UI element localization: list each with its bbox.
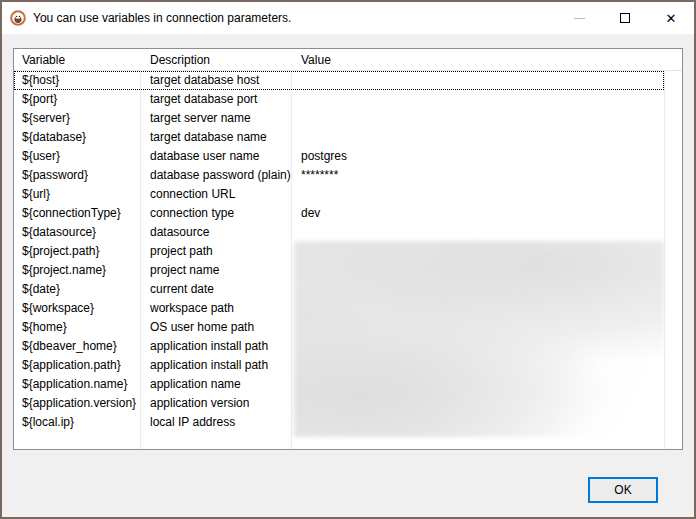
variable-cell: ${port} <box>14 90 140 109</box>
variable-cell: ${database} <box>14 128 140 147</box>
description-cell: database user name <box>140 147 291 166</box>
close-icon: ✕ <box>666 12 677 25</box>
description-cell: target database host <box>140 71 291 90</box>
variable-cell: ${home} <box>14 318 140 337</box>
variable-cell: ${connectionType} <box>14 204 140 223</box>
description-cell: project path <box>140 242 291 261</box>
dbeaver-beaver-icon <box>10 10 26 26</box>
table-row[interactable]: ${url}connection URL <box>14 185 664 204</box>
variable-cell: ${date} <box>14 280 140 299</box>
description-cell: application name <box>140 375 291 394</box>
value-cell <box>291 71 664 90</box>
description-cell: datasource <box>140 223 291 242</box>
variable-cell: ${dbeaver_home} <box>14 337 140 356</box>
minimize-icon <box>574 18 585 19</box>
description-cell: workspace path <box>140 299 291 318</box>
dialog-window: You can use variables in connection para… <box>0 0 696 519</box>
table-row[interactable]: ${server}target server name <box>14 109 664 128</box>
variable-cell: ${workspace} <box>14 299 140 318</box>
table-row[interactable]: ${database}target database name <box>14 128 664 147</box>
window-title: You can use variables in connection para… <box>33 11 291 25</box>
value-cell <box>291 223 664 242</box>
variable-cell: ${url} <box>14 185 140 204</box>
variable-cell: ${server} <box>14 109 140 128</box>
description-cell: application install path <box>140 337 291 356</box>
minimize-button[interactable] <box>556 2 602 34</box>
description-cell: current date <box>140 280 291 299</box>
ok-button[interactable]: OK <box>588 477 658 503</box>
table-row[interactable]: ${password}database password (plain)****… <box>14 166 664 185</box>
variable-cell: ${application.name} <box>14 375 140 394</box>
value-cell: dev <box>291 204 664 223</box>
column-header-variable[interactable]: Variable <box>14 49 140 70</box>
description-cell: target database port <box>140 90 291 109</box>
close-button[interactable]: ✕ <box>648 2 694 34</box>
variable-cell: ${application.path} <box>14 356 140 375</box>
table-row[interactable]: ${host}target database host <box>14 71 664 90</box>
variable-cell: ${datasource} <box>14 223 140 242</box>
variable-cell: ${password} <box>14 166 140 185</box>
value-cell <box>291 90 664 109</box>
value-cell: postgres <box>291 147 664 166</box>
value-cell <box>291 185 664 204</box>
table-row[interactable]: ${user}database user namepostgres <box>14 147 664 166</box>
description-cell: project name <box>140 261 291 280</box>
table-header: Variable Description Value <box>14 49 682 71</box>
description-cell: connection URL <box>140 185 291 204</box>
variable-cell: ${project.path} <box>14 242 140 261</box>
description-cell: target server name <box>140 109 291 128</box>
variable-cell: ${local.ip} <box>14 413 140 432</box>
value-cell: ******** <box>291 166 664 185</box>
variable-cell: ${user} <box>14 147 140 166</box>
description-cell: local IP address <box>140 413 291 432</box>
maximize-icon <box>620 13 630 23</box>
table-row[interactable]: ${datasource}datasource <box>14 223 664 242</box>
column-header-description[interactable]: Description <box>140 49 291 70</box>
column-header-value[interactable]: Value <box>291 49 664 70</box>
description-cell: application install path <box>140 356 291 375</box>
titlebar: You can use variables in connection para… <box>2 2 694 34</box>
maximize-button[interactable] <box>602 2 648 34</box>
description-cell: OS user home path <box>140 318 291 337</box>
description-cell: application version <box>140 394 291 413</box>
variable-cell: ${project.name} <box>14 261 140 280</box>
table-row[interactable]: ${port}target database port <box>14 90 664 109</box>
value-cell <box>291 109 664 128</box>
variables-table: Variable Description Value ${host}target… <box>13 48 683 450</box>
description-cell: connection type <box>140 204 291 223</box>
redacted-values-blur <box>294 241 664 437</box>
variable-cell: ${application.version} <box>14 394 140 413</box>
description-cell: database password (plain) <box>140 166 291 185</box>
table-row[interactable]: ${connectionType}connection typedev <box>14 204 664 223</box>
value-cell <box>291 128 664 147</box>
window-controls: ✕ <box>556 2 694 34</box>
description-cell: target database name <box>140 128 291 147</box>
variable-cell: ${host} <box>14 71 140 90</box>
